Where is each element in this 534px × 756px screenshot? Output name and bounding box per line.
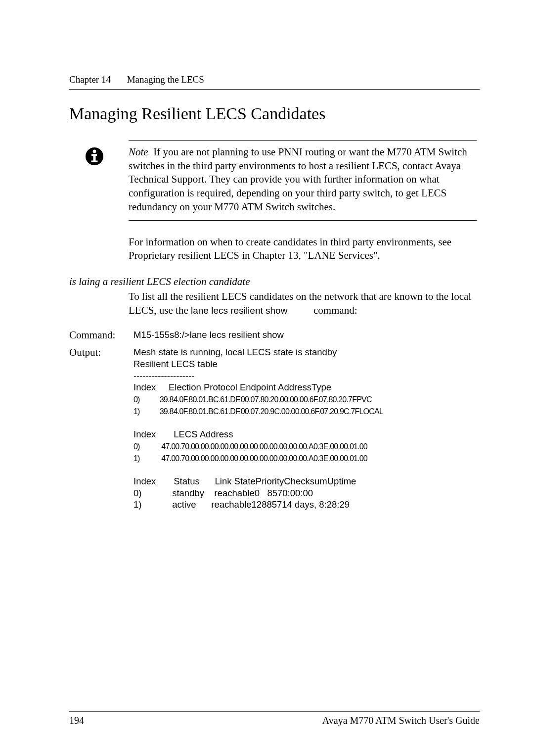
command-output-section: Command: M15-155s8:/>lane lecs resilient… xyxy=(69,329,480,510)
command-label: Command: xyxy=(69,329,134,341)
note-label: Note xyxy=(129,146,148,158)
inline-command: lane lecs resilient show xyxy=(191,305,287,316)
footer-row: 194 Avaya M770 ATM Switch User's Guide xyxy=(69,715,480,726)
subsection-row: is laing a resilient LECS election candi… xyxy=(69,276,480,288)
page: Chapter 14 Managing the LECS Managing Re… xyxy=(0,0,534,756)
chapter-title: Managing the LECS xyxy=(127,74,204,85)
out-l1: Resilient LECS table xyxy=(134,359,218,369)
chapter-label: Chapter 14 xyxy=(69,74,111,85)
footer: 194 Avaya M770 ATM Switch User's Guide xyxy=(69,711,480,726)
out-l4: 0) 39.84.0F.80.01.BC.61.DF.00.07.80.20.0… xyxy=(134,395,372,404)
out-l9: 1) 47.00.70.00.00.00.00.00.00.00.00.00.0… xyxy=(134,454,367,463)
command-row: Command: M15-155s8:/>lane lecs resilient… xyxy=(69,329,480,341)
out-l12: 0) standby reachable0 8570:00:00 xyxy=(134,488,313,498)
note-bottom-rule xyxy=(129,220,477,221)
info-icon xyxy=(85,147,104,166)
section-heading: Managing Resilient LECS Candidates xyxy=(69,104,480,123)
command-value: M15-155s8:/>lane lecs resilient show xyxy=(134,329,284,341)
note-text: Note If you are not planning to use PNNI… xyxy=(129,145,477,214)
output-row: Output: Mesh state is running, local LEC… xyxy=(69,346,480,510)
body-paragraph-1: For information on when to create candid… xyxy=(129,236,477,263)
out-l0: Mesh state is running, local LECS state … xyxy=(134,347,337,357)
body-paragraph-2: To list all the resilient LECS candidate… xyxy=(129,290,477,317)
page-number: 194 xyxy=(69,715,84,726)
note-top-rule xyxy=(129,140,477,141)
para2-post: command: xyxy=(311,304,357,316)
svg-rect-4 xyxy=(91,161,98,163)
note-body: If you are not planning to use PNNI rout… xyxy=(129,146,467,213)
note-block: Note If you are not planning to use PNNI… xyxy=(129,140,477,221)
subsection-title: is laing a resilient LECS election candi… xyxy=(69,276,250,288)
header-rule xyxy=(69,89,480,90)
svg-point-1 xyxy=(93,150,96,153)
out-l5: 1) 39.84.0F.80.01.BC.61.DF.00.07.20.9C.0… xyxy=(134,407,383,416)
out-l8: 0) 47.00.70.00.00.00.00.00.00.00.00.00.0… xyxy=(134,442,367,451)
output-label: Output: xyxy=(69,346,134,359)
out-l13: 1) active reachable12885714 days, 8:28:2… xyxy=(134,499,350,510)
out-l7: Index LECS Address xyxy=(134,429,233,439)
out-l2: -------------------- xyxy=(134,371,194,381)
out-l3: Index Election Protocol Endpoint Address… xyxy=(134,382,331,392)
footer-rule xyxy=(69,711,480,712)
doc-title: Avaya M770 ATM Switch User's Guide xyxy=(322,715,480,726)
svg-rect-3 xyxy=(93,154,96,162)
running-head: Chapter 14 Managing the LECS xyxy=(69,74,480,85)
output-value: Mesh state is running, local LECS state … xyxy=(134,346,383,510)
out-l11: Index Status Link StatePriorityChecksumU… xyxy=(134,476,356,486)
